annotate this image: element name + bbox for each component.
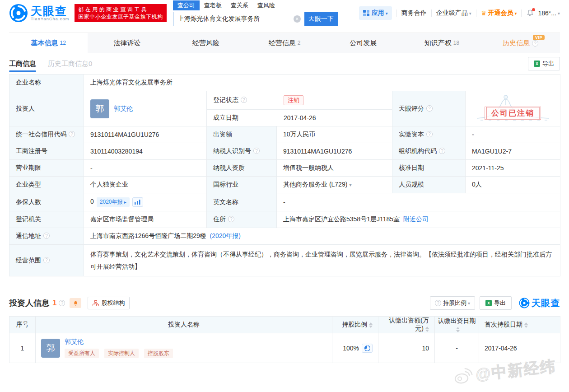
- tab-company-development[interactable]: 公司发展: [324, 33, 402, 53]
- tag-controlling-shareholder[interactable]: 控股股东: [144, 349, 173, 358]
- sort-icon[interactable]: [456, 327, 460, 332]
- help-icon[interactable]: ?: [59, 300, 65, 306]
- tab-count: 2: [298, 40, 301, 46]
- help-icon[interactable]: ?: [426, 131, 433, 137]
- annual-report-link[interactable]: (2020年报): [210, 232, 241, 239]
- investor-name-link[interactable]: 郭艾伦: [65, 338, 84, 346]
- table-row: 投资人 郭 郭艾伦 登记状态? 注销 成立日期 2017-04-26: [9, 91, 560, 126]
- help-icon[interactable]: ?: [439, 148, 445, 154]
- help-icon[interactable]: ?: [69, 131, 75, 137]
- avatar[interactable]: 郭: [90, 99, 109, 118]
- divider: [476, 9, 476, 17]
- score-label-cell: 天眼评分?: [392, 91, 466, 126]
- notification-bell-icon[interactable]: [526, 9, 534, 17]
- sort-icon[interactable]: [425, 327, 429, 332]
- investor-name-link[interactable]: 郭艾伦: [114, 105, 133, 113]
- tab-history-info[interactable]: VIP 历史信息 ?: [481, 33, 560, 53]
- col-subscribed-date[interactable]: 认缴出资日期: [435, 317, 479, 333]
- col-first-holding-date[interactable]: 首次持股日期: [479, 317, 560, 333]
- score-label: 天眼评分: [399, 105, 424, 112]
- sort-icon[interactable]: [524, 322, 528, 328]
- subtab-history-business-info[interactable]: 历史工商信息0: [48, 55, 92, 73]
- table-row: 统一社会信用代码? 91310114MA1GU1U276 出资额 10万人民币 …: [9, 126, 560, 143]
- authority-label: 登记机关: [9, 211, 84, 228]
- tab-basic-info[interactable]: 基本信息 12: [9, 33, 88, 53]
- tab-label: 历史信息: [503, 39, 530, 47]
- sort-icon[interactable]: [369, 322, 373, 328]
- chevron-down-icon: ▾: [468, 301, 470, 306]
- annual-report-badge[interactable]: 2020年报 ▸: [97, 197, 130, 207]
- clear-icon[interactable]: ×: [294, 15, 301, 23]
- col-holding-ratio[interactable]: 持股比例: [332, 317, 378, 333]
- term-label: 营业期限: [9, 160, 84, 177]
- tab-operating-risk[interactable]: 经营风险: [167, 33, 245, 53]
- insured-trend-icon[interactable]: [132, 197, 143, 207]
- establish-date-label: 成立日期: [207, 110, 277, 126]
- company-name-value: 上海烁光体育文化发展事务所: [84, 75, 560, 91]
- tab-intellectual-property[interactable]: 知识产权 18: [402, 33, 481, 53]
- apps-grid-icon: [363, 10, 369, 16]
- apps-menu[interactable]: 应用 ▾: [359, 6, 392, 20]
- search-button[interactable]: 天眼一下: [304, 12, 338, 26]
- scope-value: 体育赛事策划，文化艺术交流策划，体育咨询（不得从事经纪），商务咨询，企业管理咨询…: [84, 245, 560, 276]
- crown-icon: ♛: [481, 9, 487, 17]
- subtab-business-info[interactable]: 工商信息: [9, 55, 36, 73]
- table-row: 登记机关 嘉定区市场监督管理局 住所? 上海市嘉定区沪宜公路5358号1层J11…: [9, 211, 560, 228]
- search-box: ×: [173, 12, 304, 26]
- industry-cell: 其他商务服务业 (L729)▾: [277, 177, 392, 193]
- account-phone: 186*...: [538, 9, 556, 17]
- avatar[interactable]: 郭: [41, 339, 60, 358]
- equity-structure-label: 股权结构: [101, 299, 125, 307]
- insured-value: 0: [90, 198, 94, 205]
- tab-label: 基本信息: [31, 39, 58, 47]
- tab-label: 经营信息: [269, 39, 296, 47]
- tianyancha-logo[interactable]: 天眼查 TianYanCha.com: [9, 4, 69, 23]
- paid-capital-value: -: [466, 126, 560, 143]
- nav-enterprise-products[interactable]: 企业级产品 ▾: [436, 9, 471, 17]
- insured-label: 参保人数: [9, 193, 84, 211]
- credit-code-value: 91310114MA1GU1U276: [84, 126, 207, 143]
- help-icon[interactable]: ?: [43, 233, 50, 239]
- export-button-investors[interactable]: x 导出: [480, 296, 512, 310]
- scope-label: 经营范围: [16, 257, 41, 264]
- help-icon[interactable]: ?: [228, 216, 234, 222]
- nav-business-cooperation[interactable]: 商务合作: [401, 9, 427, 17]
- help-icon[interactable]: ?: [253, 148, 260, 154]
- help-icon[interactable]: ?: [241, 97, 247, 103]
- equity-structure-button[interactable]: 股权结构: [88, 297, 130, 309]
- help-icon[interactable]: ?: [43, 257, 50, 263]
- chevron-down-icon: ▾: [469, 11, 471, 16]
- tab-operating-info[interactable]: 经营信息 2: [245, 33, 324, 53]
- help-icon[interactable]: ?: [426, 105, 433, 112]
- membership-label: 开通会员: [488, 9, 513, 17]
- page: 天眼查 TianYanCha.com 都在用的商业查询工具 国家中小企业发展子基…: [0, 0, 569, 392]
- tag-actual-controller[interactable]: 实际控制人: [104, 349, 139, 358]
- nav-open-membership[interactable]: ♛ 开通会员 ▾: [481, 9, 517, 17]
- org-chart-icon: [93, 300, 99, 306]
- export-button-business-info[interactable]: x 导出: [528, 57, 560, 70]
- industry-expand-icon[interactable]: ▾: [349, 182, 352, 187]
- tianyancha-logo-icon: [519, 298, 530, 308]
- shareholding-pie-icon[interactable]: [362, 344, 373, 353]
- help-icon[interactable]: ?: [532, 40, 538, 47]
- search-input[interactable]: [173, 12, 304, 26]
- account-menu[interactable]: 186*... ▾: [538, 9, 560, 17]
- search-tab-boss[interactable]: 查老板: [200, 0, 226, 10]
- company-type-value: 个人独资企业: [84, 177, 207, 193]
- tab-legal-proceedings[interactable]: 法律诉讼: [88, 33, 166, 53]
- search-tab-relation[interactable]: 查关系: [226, 0, 253, 10]
- tag-beneficial-owner[interactable]: 受益所有人: [65, 349, 99, 358]
- col-subscribed-amount[interactable]: 认缴出资额(万元): [378, 317, 435, 333]
- reg-number-label: 工商注册号: [9, 143, 84, 160]
- approval-date-label: 核准日期: [392, 160, 466, 177]
- search-tab-company[interactable]: 查公司: [173, 0, 200, 10]
- table-row: 企业类型 个人独资企业 国标行业 其他商务服务业 (L729)▾ 人员规模 0人: [9, 177, 560, 193]
- search-tab-risk[interactable]: 查风险: [253, 0, 280, 10]
- nearby-companies-link[interactable]: 附近公司: [403, 215, 429, 223]
- industry-value: 其他商务服务业 (L729): [283, 181, 347, 188]
- company-type-label: 企业类型: [9, 177, 84, 193]
- tab-count: 18: [453, 40, 459, 46]
- subscribed-amount-value: 10: [378, 333, 435, 363]
- holding-ratio-filter-button[interactable]: ? 持股比例 ▾: [430, 296, 475, 310]
- subscribe-bell-icon[interactable]: [70, 298, 81, 308]
